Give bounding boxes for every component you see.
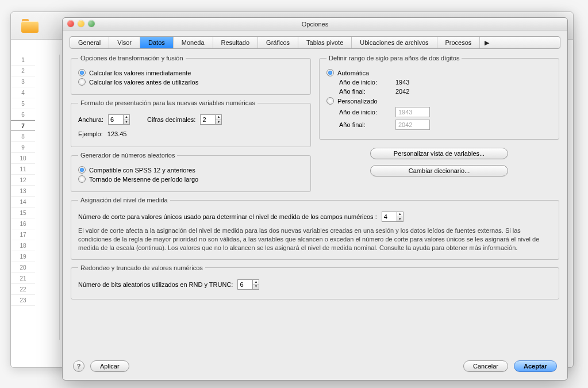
tab-gráficos[interactable]: Gráficos	[258, 37, 298, 48]
minimize-icon[interactable]	[78, 20, 84, 27]
row-header[interactable]: 14	[11, 197, 35, 208]
radio-label: Tornado de Mersenne de período largo	[89, 176, 198, 183]
tab-general[interactable]: General	[70, 37, 109, 48]
cutoff-input[interactable]	[382, 212, 397, 222]
row-header[interactable]: 22	[11, 284, 35, 295]
tab-datos[interactable]: Datos	[140, 37, 174, 48]
chevron-up-icon[interactable]: ▲	[124, 115, 129, 120]
century-group: Definir rango de siglo para años de dos …	[319, 55, 559, 140]
chevron-down-icon[interactable]: ▼	[124, 120, 129, 125]
bits-input[interactable]	[237, 279, 252, 290]
row-header[interactable]: 11	[11, 164, 35, 175]
radio-label: Calcular los valores inmediatamente	[89, 70, 191, 76]
apply-button[interactable]: Aplicar	[90, 360, 129, 372]
row-header[interactable]: 17	[11, 229, 35, 240]
decimals-input[interactable]	[200, 114, 215, 125]
row-header[interactable]: 1	[11, 55, 35, 66]
row-header[interactable]: 4	[11, 87, 35, 98]
tab-tablas-pivote[interactable]: Tablas pivote	[298, 37, 352, 48]
width-input[interactable]	[108, 114, 123, 125]
bits-label: Número de bits aleatorios utilizados en …	[78, 281, 233, 288]
options-dialog: Opciones GeneralVisorDatosMonedaResultad…	[62, 17, 568, 381]
tab-resultado[interactable]: Resultado	[213, 37, 259, 48]
width-stepper[interactable]: ▲▼	[108, 114, 130, 125]
row-header[interactable]: 21	[11, 273, 35, 284]
measure-legend: Asignación del nivel de medida	[78, 197, 170, 203]
row-header[interactable]: 6	[11, 109, 35, 120]
format-legend: Formato de presentación para las nuevas …	[78, 99, 258, 106]
end-year-value: 2042	[395, 88, 409, 95]
row-header[interactable]: 9	[11, 142, 35, 153]
zoom-icon[interactable]	[88, 20, 95, 27]
example-label: Ejemplo:	[78, 130, 103, 137]
ok-button[interactable]: Aceptar	[514, 360, 557, 372]
radio-label: Personalizado	[337, 98, 378, 105]
dialog-title: Opciones	[302, 21, 328, 28]
radio-label: Compatible con SPSS 12 y anteriores	[89, 167, 195, 174]
button-label: Aplicar	[100, 363, 120, 370]
row-header[interactable]: 16	[11, 218, 35, 229]
tabs-overflow-icon[interactable]: ▶	[480, 37, 494, 48]
start-year-label: Año de inicio:	[339, 79, 391, 86]
chevron-up-icon[interactable]: ▲	[216, 115, 221, 120]
titlebar[interactable]: Opciones	[63, 18, 567, 30]
chevron-down-icon[interactable]: ▼	[253, 285, 259, 289]
chevron-up-icon[interactable]: ▲	[397, 212, 403, 217]
tab-bar: GeneralVisorDatosMonedaResultadoGráficos…	[70, 36, 560, 49]
chevron-up-icon[interactable]: ▲	[253, 280, 259, 285]
radio-century-auto[interactable]	[326, 69, 334, 76]
row-header[interactable]: 13	[11, 186, 35, 197]
decimals-label: Cifras decimales:	[147, 116, 195, 123]
customize-variables-button[interactable]: Personalizar vista de variables...	[370, 148, 508, 159]
tab-procesos[interactable]: Procesos	[437, 37, 481, 48]
example-value: 123.45	[107, 130, 127, 137]
measure-group: Asignación del nivel de medida Número de…	[71, 197, 559, 260]
custom-end-input[interactable]	[395, 120, 430, 130]
row-header[interactable]: 3	[11, 76, 35, 87]
tab-moneda[interactable]: Moneda	[174, 37, 213, 48]
radio-transform-immediate[interactable]	[78, 69, 86, 76]
row-header[interactable]: 5	[11, 98, 35, 109]
tab-visor[interactable]: Visor	[109, 37, 140, 48]
custom-start-input[interactable]	[395, 107, 430, 117]
radio-label: Calcular los valores antes de utilizarlo…	[89, 79, 198, 86]
width-label: Anchura:	[78, 116, 103, 123]
row-header[interactable]: 20	[11, 262, 35, 273]
row-header[interactable]: 10	[11, 153, 35, 164]
custom-end-label: Año final:	[339, 121, 391, 128]
rng-group: Generador de números aleatorios Compatib…	[71, 152, 311, 192]
cutoff-stepper[interactable]: ▲▼	[382, 212, 403, 222]
row-header[interactable]: 12	[11, 175, 35, 186]
help-button[interactable]: ?	[73, 360, 84, 372]
bits-stepper[interactable]: ▲▼	[237, 279, 259, 290]
cancel-button[interactable]: Cancelar	[463, 360, 508, 372]
radio-rng-spss12[interactable]	[78, 166, 86, 174]
century-legend: Definir rango de siglo para años de dos …	[326, 55, 462, 62]
radio-century-custom[interactable]	[326, 97, 334, 105]
chevron-down-icon[interactable]: ▼	[397, 217, 403, 222]
end-year-label: Año final:	[339, 88, 391, 95]
row-header[interactable]: 18	[11, 240, 35, 251]
custom-start-label: Año de inicio:	[339, 109, 391, 116]
change-dictionary-button[interactable]: Cambiar diccionario...	[370, 165, 508, 176]
start-year-value: 1943	[395, 79, 409, 86]
dialog-footer: ? Aplicar Cancelar Aceptar	[63, 356, 567, 380]
cutoff-label: Número de corte para valores únicos usad…	[78, 213, 377, 220]
row-header[interactable]: 2	[11, 66, 35, 76]
transform-legend: Opciones de transformación y fusión	[78, 55, 186, 62]
radio-rng-mersenne[interactable]	[78, 175, 86, 183]
row-header[interactable]: 23	[11, 295, 35, 306]
row-header[interactable]: 8	[11, 131, 35, 142]
tab-ubicaciones-de-archivos[interactable]: Ubicaciones de archivos	[352, 37, 437, 48]
close-icon[interactable]	[67, 20, 74, 27]
radio-label: Automática	[337, 70, 369, 76]
decimals-stepper[interactable]: ▲▼	[200, 114, 222, 125]
radio-transform-before-use[interactable]	[78, 78, 86, 86]
folder-icon	[21, 18, 40, 34]
row-header[interactable]: 7	[11, 120, 35, 131]
format-group: Formato de presentación para las nuevas …	[71, 99, 311, 147]
row-header[interactable]: 15	[11, 208, 35, 218]
button-label: Aceptar	[524, 363, 547, 370]
row-header[interactable]: 19	[11, 251, 35, 262]
chevron-down-icon[interactable]: ▼	[216, 120, 221, 125]
